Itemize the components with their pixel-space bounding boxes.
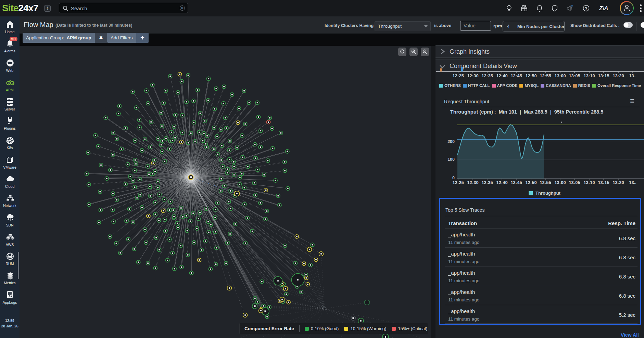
svg-text:?: ?	[585, 6, 587, 11]
